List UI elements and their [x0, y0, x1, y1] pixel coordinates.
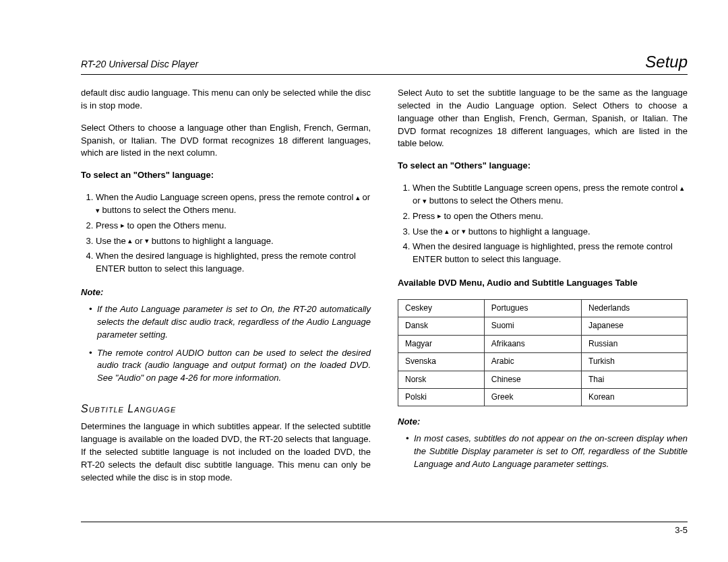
table-row: Svenska Arabic Turkish	[398, 353, 688, 371]
manual-page: RT-20 Universal Disc Player Setup defaul…	[0, 0, 728, 562]
left-note-list: If the Auto Language parameter is set to…	[81, 303, 371, 385]
table-row: Magyar Afrikaans Russian	[398, 335, 688, 352]
right-intro: Select Auto to set the subtitle language…	[398, 87, 688, 150]
left-intro-2: Select Others to choose a language other…	[81, 122, 371, 160]
table-cell: Afrikaans	[484, 335, 581, 352]
table-cell: Portugues	[484, 299, 581, 317]
table-cell: Dansk	[398, 317, 485, 335]
chapter-title: Setup	[645, 53, 688, 71]
left-step-4: When the desired language is highlighted…	[96, 250, 371, 276]
left-steps: When the Audio Language screen opens, pr…	[81, 191, 371, 276]
right-note-list: In most cases, subtitles do not appear o…	[398, 433, 688, 471]
subtitle-language-body: Determines the language in which subtitl…	[81, 420, 371, 484]
left-note-item: The remote control AUDIO button can be u…	[89, 347, 371, 385]
table-cell: Ceskey	[398, 299, 485, 317]
table-cell: Nederlands	[582, 299, 688, 317]
left-note-label: Note:	[81, 286, 371, 299]
right-step-4: When the desired language is highlighted…	[413, 241, 688, 266]
page-header: RT-20 Universal Disc Player Setup	[81, 53, 688, 75]
table-cell: Russian	[582, 335, 688, 352]
subtitle-language-heading: Subtitle Language	[81, 401, 371, 416]
left-column: default disc audio language. This menu c…	[81, 87, 371, 493]
left-step-3: Use the ▴ or ▾ buttons to highlight a la…	[96, 235, 371, 248]
right-step-3: Use the ▴ or ▾ buttons to highlight a la…	[413, 226, 688, 239]
table-row: Norsk Chinese Thai	[398, 371, 688, 388]
table-cell: Norsk	[398, 371, 485, 388]
table-cell: Polski	[398, 388, 485, 406]
table-row: Ceskey Portugues Nederlands	[398, 299, 688, 317]
up-icon: ▴	[680, 183, 684, 194]
languages-table-heading: Available DVD Menu, Audio and Subtitle L…	[398, 277, 688, 290]
table-cell: Korean	[582, 388, 688, 406]
page-footer: 3-5	[81, 522, 688, 535]
table-row: Polski Greek Korean	[398, 388, 688, 406]
right-note-item: In most cases, subtitles do not appear o…	[406, 433, 688, 471]
left-intro-1: default disc audio language. This menu c…	[81, 87, 371, 113]
table-cell: Japanese	[582, 317, 688, 335]
table-cell: Suomi	[484, 317, 581, 335]
table-cell: Magyar	[398, 335, 485, 352]
table-cell: Chinese	[484, 371, 581, 388]
right-steps: When the Subtitle Language screen opens,…	[398, 182, 688, 266]
right-column: Select Auto to set the subtitle language…	[398, 87, 688, 493]
table-cell: Turkish	[582, 353, 688, 371]
right-others-heading: To select an "Others" language:	[398, 160, 688, 173]
table-cell: Greek	[484, 388, 581, 406]
languages-table: Ceskey Portugues Nederlands Dansk Suomi …	[398, 299, 688, 406]
page-number: 3-5	[675, 525, 688, 535]
right-note-label: Note:	[398, 416, 688, 429]
product-name: RT-20 Universal Disc Player	[81, 59, 198, 69]
left-step-1: When the Audio Language screen opens, pr…	[96, 191, 371, 217]
left-step-2: Press ▸ to open the Others menu.	[96, 220, 371, 232]
left-others-heading: To select an "Others" language:	[81, 169, 371, 182]
table-cell: Arabic	[484, 353, 581, 371]
table-cell: Svenska	[398, 353, 485, 371]
body-columns: default disc audio language. This menu c…	[81, 87, 688, 493]
left-note-item: If the Auto Language parameter is set to…	[89, 303, 371, 342]
table-cell: Thai	[582, 371, 688, 388]
right-step-1: When the Subtitle Language screen opens,…	[413, 182, 688, 208]
table-row: Dansk Suomi Japanese	[398, 317, 688, 335]
right-step-2: Press ▸ to open the Others menu.	[413, 210, 688, 223]
